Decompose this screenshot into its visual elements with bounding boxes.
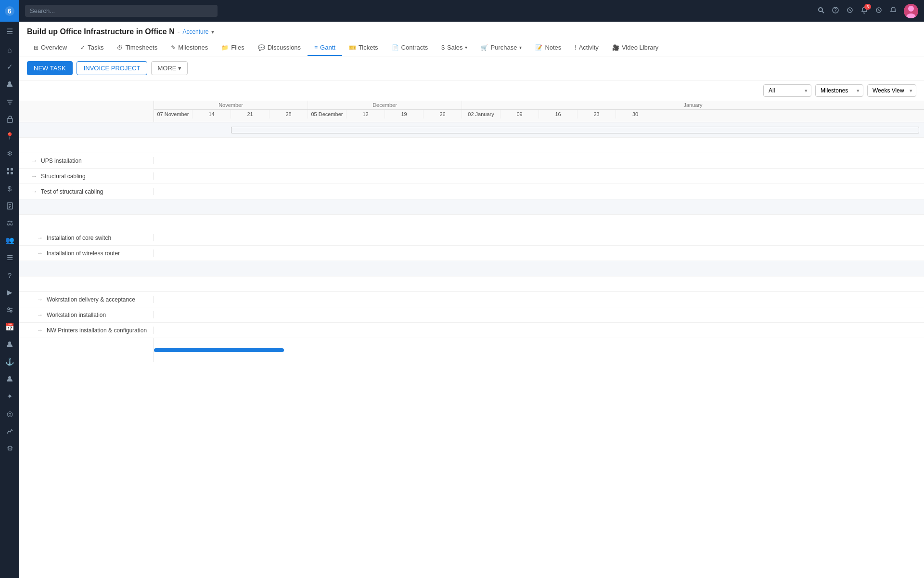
gantt-row-workstation-install[interactable]: → Workstation installation	[19, 307, 924, 323]
user-avatar[interactable]	[904, 4, 918, 18]
app-logo[interactable]: 6	[0, 0, 19, 22]
week-02jan: 02 January	[462, 110, 500, 118]
gantt-row-core-switch[interactable]: → Installation of core switch	[19, 230, 924, 246]
gantt-label-workstation-delivery: → Wokrstation delivery & acceptance	[19, 296, 154, 303]
client-dropdown-arrow[interactable]: ▾	[211, 29, 214, 35]
history-icon[interactable]	[846, 6, 854, 15]
video-library-icon: 🎥	[612, 44, 619, 51]
svg-rect-6	[7, 118, 13, 122]
sidebar-list[interactable]: ☰	[0, 249, 19, 266]
week-16: 16	[539, 110, 578, 118]
sidebar-finance[interactable]: $	[0, 180, 19, 197]
gantt-bar-cabling	[154, 169, 924, 184]
clock-icon[interactable]	[875, 6, 883, 15]
tab-tasks[interactable]: ✓ Tasks	[74, 40, 110, 56]
sidebar-filter[interactable]	[0, 93, 19, 110]
sidebar-star[interactable]: ✦	[0, 388, 19, 405]
project-client[interactable]: Accenture	[182, 28, 208, 35]
sidebar-contacts[interactable]	[0, 76, 19, 93]
tab-tickets[interactable]: 🎫 Tickets	[342, 40, 385, 56]
tab-milestones[interactable]: ✎ Milestones	[164, 40, 215, 56]
gantt-bar-section3	[154, 261, 924, 276]
gantt-row-printers[interactable]: → NW Printers installation & configurati…	[19, 323, 924, 338]
week-09: 09	[500, 110, 539, 118]
gantt-bar-wireless	[154, 246, 924, 261]
bell-icon[interactable]	[889, 6, 897, 15]
week-28: 28	[270, 110, 308, 118]
sidebar-team[interactable]: 👥	[0, 232, 19, 249]
new-task-button[interactable]: NEW TASK	[27, 61, 73, 75]
sidebar-home[interactable]: ⌂	[0, 41, 19, 58]
week-12: 12	[346, 110, 385, 118]
sidebar-balance[interactable]: ⚖	[0, 214, 19, 232]
search-input[interactable]	[25, 5, 218, 17]
invoice-project-button[interactable]: INVOICE PROJECT	[77, 61, 148, 75]
sidebar-analytics[interactable]	[0, 422, 19, 440]
tab-video-library[interactable]: 🎥 Video Library	[605, 40, 665, 56]
gantt-chart: November December January 07 November 14…	[19, 101, 924, 410]
sidebar-shop[interactable]	[0, 110, 19, 128]
gantt-row-ups[interactable]: → UPS installation	[19, 153, 924, 169]
bottom-progress-bar	[154, 348, 284, 352]
gantt-row-empty1	[19, 138, 924, 153]
tab-purchase[interactable]: 🛒 Purchase ▾	[474, 40, 528, 56]
sidebar-help[interactable]: ?	[0, 266, 19, 284]
week-23: 23	[578, 110, 616, 118]
tasks-icon: ✓	[80, 44, 85, 51]
gantt-bar-ups	[154, 153, 924, 168]
contracts-icon: 📄	[392, 44, 399, 51]
filter-all-select[interactable]: All	[763, 84, 811, 97]
gantt-footer-space	[19, 362, 924, 410]
gantt-bar-section1	[154, 122, 924, 137]
filter-milestones-select[interactable]: Milestones	[815, 84, 863, 97]
svg-text:?: ?	[834, 8, 837, 13]
tab-gantt[interactable]: ≡ Gantt	[308, 40, 342, 56]
help-icon[interactable]: ?	[832, 6, 839, 15]
tree-arrow-wireless: →	[37, 250, 43, 257]
tab-sales[interactable]: $ Sales ▾	[435, 40, 474, 56]
gantt-label-printers: → NW Printers installation & configurati…	[19, 327, 154, 334]
tree-arrow-workstation-install: →	[37, 311, 43, 318]
tab-discussions[interactable]: 💬 Discussions	[251, 40, 308, 56]
sidebar-dashboard[interactable]	[0, 162, 19, 180]
sidebar-location[interactable]: 📍	[0, 128, 19, 145]
tab-notes[interactable]: 📝 Notes	[528, 40, 568, 56]
search-icon[interactable]	[817, 6, 825, 15]
sidebar-user2[interactable]	[0, 370, 19, 388]
sidebar-network[interactable]: ◎	[0, 405, 19, 422]
gantt-row-empty2	[19, 215, 924, 230]
sidebar-tasks[interactable]: ✓	[0, 58, 19, 76]
badge-count: 3	[864, 4, 871, 10]
overview-icon: ⊞	[34, 44, 38, 51]
gantt-row-workstation-delivery[interactable]: → Wokrstation delivery & acceptance	[19, 292, 924, 307]
tab-contracts[interactable]: 📄 Contracts	[385, 40, 435, 56]
sidebar-hamburger[interactable]: ☰	[0, 22, 19, 41]
svg-point-15	[8, 308, 10, 310]
gantt-row-cabling[interactable]: → Structural cabling	[19, 169, 924, 184]
tab-files[interactable]: 📁 Files	[215, 40, 251, 56]
gantt-bar-workstation-delivery	[154, 292, 924, 307]
gantt-row-test-cabling[interactable]: → Test of structural cabling	[19, 184, 924, 199]
gantt-bottom-bar-row	[19, 338, 924, 362]
sidebar-profile[interactable]	[0, 336, 19, 353]
week-14: 14	[192, 110, 231, 118]
tree-arrow-printers: →	[37, 327, 43, 334]
notifications-badge[interactable]: 3	[860, 6, 868, 15]
sidebar-filter2[interactable]	[0, 301, 19, 318]
sidebar-integrations[interactable]: ❄	[0, 145, 19, 162]
tab-overview[interactable]: ⊞ Overview	[27, 40, 74, 56]
sidebar-calendar[interactable]: 📅	[0, 318, 19, 336]
filter-view-select[interactable]: Weeks View	[867, 84, 916, 97]
discussions-icon: 💬	[258, 44, 265, 51]
sidebar-settings[interactable]: ⚙	[0, 440, 19, 457]
sidebar-video[interactable]: ▶	[0, 284, 19, 301]
gantt-bar-empty3	[154, 276, 924, 291]
gantt-row-wireless[interactable]: → Installation of wireless router	[19, 246, 924, 261]
gantt-label-test-cabling: → Test of structural cabling	[19, 188, 154, 195]
tab-activity[interactable]: ! Activity	[568, 40, 605, 56]
tab-timesheets[interactable]: ⏱ Timesheets	[110, 40, 164, 56]
more-button[interactable]: MORE ▾	[151, 61, 188, 75]
sidebar-anchor[interactable]: ⚓	[0, 353, 19, 370]
gantt-filters: All Milestones Weeks View	[19, 80, 924, 101]
sidebar-reports[interactable]	[0, 197, 19, 214]
